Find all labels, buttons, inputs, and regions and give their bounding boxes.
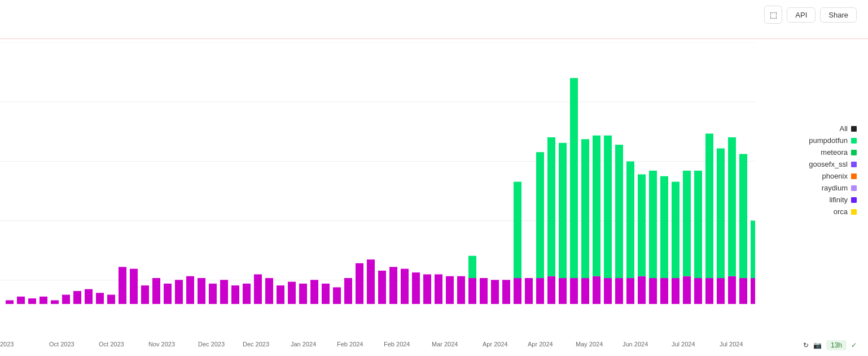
bar-purple-54: [615, 278, 623, 304]
x-label-9: Mar 2024: [432, 341, 458, 348]
legend-item-meteora: meteora: [809, 148, 857, 157]
legend-item-raydium: raydium: [809, 184, 857, 192]
legend-label: raydium: [822, 184, 848, 192]
bar-purple-30: [344, 278, 352, 304]
bar-purple-2: [28, 298, 36, 304]
bar-purple-9: [107, 295, 115, 304]
bar-purple-4: [51, 300, 59, 304]
bar-green-63: [717, 149, 725, 278]
x-label-10: Apr 2024: [483, 341, 508, 348]
x-label-1: Oct 2023: [49, 341, 74, 348]
legend-item-phoenix: phoenix: [809, 172, 857, 180]
bar-green-64: [728, 137, 736, 276]
legend-color-phoenix: [851, 173, 857, 179]
legend-color-lifinity: [851, 197, 857, 203]
bar-purple-65: [739, 278, 747, 304]
refresh-icon[interactable]: ↻: [803, 341, 809, 349]
legend-color-All: [851, 126, 857, 132]
time-badge: 13h: [826, 340, 847, 350]
api-button[interactable]: API: [787, 7, 816, 23]
bar-purple-43: [491, 280, 499, 304]
bar-green-45: [514, 182, 521, 278]
bar-green-62: [705, 133, 713, 278]
bar-green-56: [638, 175, 646, 276]
bar-purple-39: [446, 276, 454, 304]
bar-purple-5: [62, 295, 70, 304]
bar-purple-59: [672, 278, 680, 304]
bar-purple-61: [694, 278, 702, 304]
bar-purple-0: [6, 300, 14, 304]
bar-purple-10: [119, 267, 126, 304]
bar-purple-55: [626, 278, 634, 304]
bar-purple-7: [85, 289, 93, 304]
bar-purple-45: [514, 278, 521, 304]
x-label-4: Dec 2023: [198, 341, 225, 348]
bar-purple-41: [468, 278, 476, 304]
x-label-13: Jun 2024: [622, 341, 648, 348]
legend-color-raydium: [851, 185, 857, 191]
bar-green-54: [615, 145, 623, 278]
legend-color-goosefx_ssl: [851, 162, 857, 167]
bar-purple-27: [310, 280, 318, 304]
bar-purple-57: [649, 278, 657, 304]
bar-purple-33: [378, 271, 386, 304]
check-icon: ✓: [851, 341, 857, 349]
x-label-11: Apr 2024: [528, 341, 553, 348]
bar-purple-8: [96, 293, 104, 304]
camera-icon[interactable]: 📷: [813, 341, 822, 349]
bar-purple-60: [683, 276, 691, 304]
bar-purple-40: [457, 276, 465, 304]
bar-green-41: [468, 256, 476, 278]
bar-purple-37: [423, 274, 431, 303]
bar-purple-21: [243, 284, 251, 304]
legend-item-lifinity: lifinity: [809, 196, 857, 204]
bar-purple-49: [559, 278, 567, 304]
x-label-12: May 2024: [576, 341, 603, 348]
x-label-5: Dec 2023: [243, 341, 269, 348]
bar-purple-12: [141, 285, 149, 304]
share-button[interactable]: Share: [820, 7, 857, 23]
bar-purple-1: [17, 297, 25, 304]
bar-purple-17: [198, 278, 205, 304]
top-divider: [0, 38, 868, 39]
bar-green-66: [751, 220, 755, 278]
bar-purple-64: [728, 276, 736, 304]
bar-purple-35: [401, 269, 409, 304]
bar-purple-14: [164, 284, 172, 304]
legend-color-orca: [851, 209, 857, 215]
bar-green-48: [547, 137, 555, 276]
bar-purple-42: [480, 278, 488, 304]
bar-purple-28: [322, 284, 330, 304]
bar-purple-19: [220, 280, 228, 304]
bar-purple-51: [581, 278, 589, 304]
legend-label: meteora: [821, 148, 848, 157]
chart-svg: [0, 42, 755, 328]
bar-purple-26: [299, 284, 307, 304]
bar-purple-6: [73, 291, 81, 304]
bar-green-51: [581, 139, 589, 278]
x-label-3: Nov 2023: [148, 341, 175, 348]
bar-green-53: [604, 136, 612, 278]
bar-purple-47: [536, 278, 544, 304]
bar-green-55: [626, 162, 634, 278]
legend-item-goosefx_ssl: goosefx_ssl: [809, 160, 857, 168]
chart-container: [0, 42, 755, 328]
bar-purple-53: [604, 278, 612, 304]
x-label-15: Jul 2024: [720, 341, 743, 348]
bar-purple-25: [288, 282, 296, 304]
legend-item-pumpdotfun: pumpdotfun: [809, 136, 857, 145]
bottom-bar: ↻ 📷 13h ✓: [803, 340, 857, 350]
bar-purple-11: [130, 269, 138, 304]
x-label-6: Jan 2024: [291, 341, 316, 348]
x-label-2: Oct 2023: [99, 341, 124, 348]
bar-green-47: [536, 152, 544, 278]
x-label-0: 2023: [0, 341, 14, 348]
legend-color-meteora: [851, 150, 857, 155]
chart-legend: Allpumpdotfunmeteoragoosefx_sslphoenixra…: [809, 124, 857, 216]
x-label-7: Feb 2024: [337, 341, 363, 348]
bar-green-60: [683, 171, 691, 276]
bar-purple-62: [705, 278, 713, 304]
bar-purple-22: [254, 274, 262, 303]
export-icon[interactable]: ⬚: [764, 6, 782, 24]
bar-purple-56: [638, 276, 646, 304]
